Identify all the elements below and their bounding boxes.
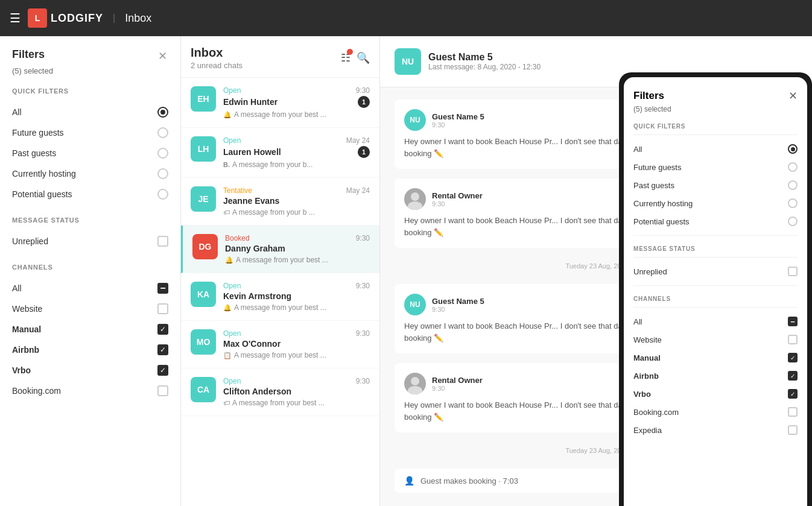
- conversation-item-dg[interactable]: DG Booked 9:30 Danny Graham 🔔 A message …: [181, 226, 379, 273]
- checkbox-channel-airbnb[interactable]: ✓: [157, 344, 168, 355]
- filter-option-channel-booking[interactable]: Booking.com: [12, 381, 168, 401]
- filter-option-all[interactable]: All: [12, 102, 168, 122]
- message-sender-name-3: Guest Name 5: [432, 297, 484, 306]
- conversation-item-eh[interactable]: EH Open 9:30 Edwin Hunter 1 🔔 A message …: [181, 78, 379, 128]
- mobile-filter-channel-vrbo[interactable]: Vrbo ✓: [633, 385, 798, 403]
- mobile-checkbox-channel-booking[interactable]: [788, 407, 798, 417]
- conversation-top-mo: Open 9:30: [223, 329, 370, 338]
- booking-event-icon: 👤: [404, 476, 414, 485]
- detail-header-info: Guest Name 5 Last message: 8 Aug, 2020 -…: [428, 52, 541, 71]
- mobile-checkbox-channel-manual[interactable]: ✓: [788, 353, 798, 362]
- status-mo: Open: [223, 329, 241, 338]
- time-dg: 9:30: [356, 234, 370, 242]
- conversation-top-dg: Booked 9:30: [225, 234, 370, 242]
- mobile-filters-close-button[interactable]: ✕: [788, 89, 798, 103]
- conversation-item-ka[interactable]: KA Open 9:30 Kevin Armstrong 🔔 A message…: [181, 273, 379, 321]
- mobile-filter-channel-airbnb[interactable]: Airbnb ✓: [633, 367, 798, 385]
- mobile-filter-channel-expedia[interactable]: Expedia: [633, 421, 798, 439]
- inbox-search-button[interactable]: 🔍: [357, 51, 370, 65]
- preview-icon-lh: B.: [223, 161, 230, 168]
- mobile-checkbox-unreplied[interactable]: [788, 267, 798, 276]
- preview-icon-eh: 🔔: [223, 111, 232, 119]
- mobile-checkbox-channel-vrbo[interactable]: ✓: [788, 389, 798, 399]
- filter-option-unreplied[interactable]: Unreplied: [12, 231, 168, 251]
- conversation-top-ka: Open 9:30: [223, 282, 370, 290]
- radio-future[interactable]: [157, 127, 168, 138]
- mobile-radio-future[interactable]: [788, 162, 798, 172]
- svg-point-3: [408, 386, 422, 394]
- mobile-radio-all[interactable]: [788, 144, 798, 154]
- filter-option-channel-all[interactable]: All −: [12, 278, 168, 299]
- preview-icon-ka: 🔔: [223, 304, 232, 312]
- radio-past[interactable]: [157, 148, 168, 159]
- mobile-filter-all[interactable]: All: [633, 140, 798, 158]
- checkbox-unreplied[interactable]: [157, 236, 168, 247]
- logo: L LODGIFY: [28, 8, 103, 28]
- time-lh: May 24: [346, 136, 370, 145]
- mobile-overlay: Filters ✕ (5) selected QUICK FILTERS All…: [619, 72, 812, 506]
- checkbox-channel-booking[interactable]: [157, 385, 168, 396]
- mobile-checkbox-channel-all[interactable]: −: [788, 317, 798, 326]
- mobile-filters-panel: Filters ✕ (5) selected QUICK FILTERS All…: [624, 77, 807, 451]
- mobile-checkbox-channel-expedia[interactable]: [788, 425, 798, 435]
- inbox-filter-button[interactable]: ☷: [341, 51, 350, 65]
- mobile-divider-3: [633, 257, 798, 258]
- filter-option-potential[interactable]: Potential guests: [12, 184, 168, 204]
- preview-ca: 🏷 A message from your best ...: [223, 399, 370, 407]
- checkbox-channel-all[interactable]: −: [157, 283, 168, 294]
- conversation-item-lh[interactable]: LH Open May 24 Lauren Howell 1 B. A mess…: [181, 128, 379, 178]
- mobile-filter-channel-booking[interactable]: Booking.com: [633, 403, 798, 421]
- avatar-lh: LH: [191, 136, 216, 162]
- mobile-checkbox-channel-website[interactable]: [788, 335, 798, 344]
- checkbox-channel-manual[interactable]: ✓: [157, 324, 168, 335]
- inbox-list: EH Open 9:30 Edwin Hunter 1 🔔 A message …: [181, 78, 379, 506]
- status-je: Tentative: [223, 186, 252, 195]
- status-lh: Open: [223, 136, 241, 145]
- filters-header: Filters ✕: [12, 48, 168, 64]
- conversation-item-mo[interactable]: MO Open 9:30 Max O'Connor 📋 A message fr…: [181, 321, 379, 368]
- radio-potential[interactable]: [157, 189, 168, 200]
- preview-icon-dg: 🔔: [225, 256, 233, 264]
- mobile-filter-unreplied[interactable]: Unreplied: [633, 262, 798, 280]
- conversation-item-ca[interactable]: CA Open 9:30 Clifton Anderson 🏷 A messag…: [181, 368, 379, 416]
- filters-close-button[interactable]: ✕: [157, 48, 168, 64]
- filter-option-channel-vrbo[interactable]: Vrbo ✓: [12, 360, 168, 381]
- conversation-item-je[interactable]: JE Tentative May 24 Jeanne Evans 🏷 A mes…: [181, 178, 379, 226]
- radio-current[interactable]: [157, 168, 168, 179]
- mobile-radio-current[interactable]: [788, 198, 798, 208]
- filter-option-future[interactable]: Future guests: [12, 122, 168, 143]
- conversation-content-dg: Booked 9:30 Danny Graham 🔔 A message fro…: [225, 234, 370, 264]
- message-status-section-title: MESSAGE STATUS: [12, 217, 168, 224]
- mobile-filter-channel-website[interactable]: Website: [633, 330, 798, 349]
- detail-panel: NU Guest Name 5 Last message: 8 Aug, 202…: [380, 36, 812, 506]
- mobile-radio-potential[interactable]: [788, 217, 798, 226]
- filter-option-channel-website[interactable]: Website: [12, 299, 168, 319]
- inbox-title: Inbox: [191, 46, 243, 60]
- mobile-filter-past[interactable]: Past guests: [633, 176, 798, 194]
- mobile-filter-channel-manual[interactable]: Manual ✓: [633, 349, 798, 367]
- mobile-label-unreplied: Unreplied: [633, 267, 667, 276]
- filter-option-channel-airbnb[interactable]: Airbnb ✓: [12, 340, 168, 360]
- radio-all[interactable]: [157, 107, 168, 118]
- filter-option-current[interactable]: Currently hosting: [12, 163, 168, 184]
- checkbox-channel-vrbo[interactable]: ✓: [157, 365, 168, 376]
- mobile-filter-current[interactable]: Currently hosting: [633, 194, 798, 212]
- filter-label-channel-airbnb: Airbnb: [12, 345, 39, 355]
- filter-option-channel-manual[interactable]: Manual ✓: [12, 319, 168, 340]
- mobile-filters-header: Filters ✕: [633, 89, 798, 103]
- avatar-je: JE: [191, 186, 216, 212]
- mobile-checkbox-channel-airbnb[interactable]: ✓: [788, 371, 798, 381]
- mobile-filter-channel-all[interactable]: All −: [633, 312, 798, 330]
- conversation-content-mo: Open 9:30 Max O'Connor 📋 A message from …: [223, 329, 370, 359]
- checkbox-channel-website[interactable]: [157, 303, 168, 314]
- svg-point-2: [411, 377, 419, 385]
- mobile-filter-future[interactable]: Future guests: [633, 158, 798, 176]
- menu-icon[interactable]: ☰: [10, 11, 21, 25]
- filter-label-past: Past guests: [12, 148, 56, 158]
- avatar-ka: KA: [191, 282, 216, 307]
- mobile-radio-past[interactable]: [788, 180, 798, 190]
- avatar-mo: MO: [191, 329, 216, 355]
- mobile-filter-potential[interactable]: Potential guests: [633, 212, 798, 230]
- filter-label-unreplied: Unreplied: [12, 236, 48, 246]
- filter-option-past[interactable]: Past guests: [12, 143, 168, 163]
